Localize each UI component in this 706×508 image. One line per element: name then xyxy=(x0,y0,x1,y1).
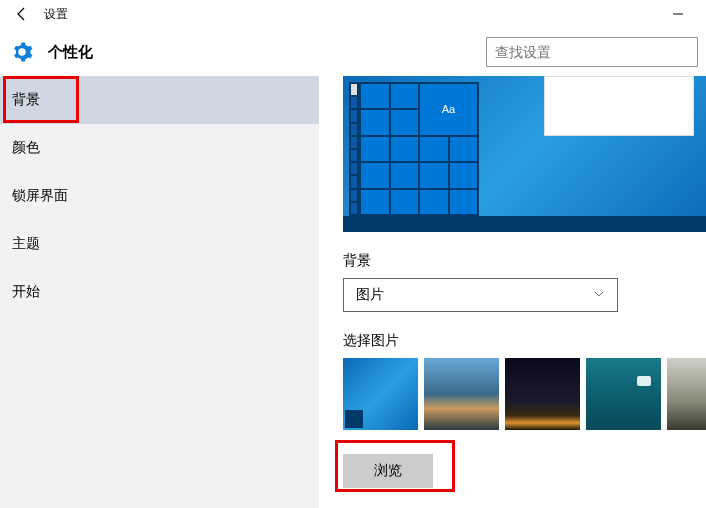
preview-window xyxy=(544,76,694,136)
browse-button[interactable]: 浏览 xyxy=(343,454,433,488)
sidebar-item-label: 主题 xyxy=(12,235,40,253)
sidebar-item-themes[interactable]: 主题 xyxy=(0,220,319,268)
minimize-button[interactable] xyxy=(658,0,698,28)
sidebar-item-label: 开始 xyxy=(12,283,40,301)
preview-tile-aa: Aa xyxy=(420,84,477,135)
thumbnail-3[interactable] xyxy=(505,358,580,430)
search-input[interactable] xyxy=(495,44,689,60)
thumbnail-5[interactable] xyxy=(667,358,706,430)
dropdown-value: 图片 xyxy=(356,286,384,304)
gear-icon xyxy=(8,38,36,66)
desktop-preview: Aa xyxy=(343,76,706,232)
sidebar-item-label: 背景 xyxy=(12,91,40,109)
header: 个性化 xyxy=(0,28,706,76)
search-box[interactable] xyxy=(486,37,698,67)
preview-taskbar xyxy=(343,216,706,232)
background-label: 背景 xyxy=(343,252,706,270)
sidebar-item-background[interactable]: 背景 xyxy=(0,76,319,124)
choose-picture-label: 选择图片 xyxy=(343,332,706,350)
minimize-icon xyxy=(672,8,684,20)
arrow-left-icon xyxy=(14,6,30,22)
window-title: 设置 xyxy=(44,6,68,23)
back-button[interactable] xyxy=(8,0,36,28)
sidebar-item-lockscreen[interactable]: 锁屏界面 xyxy=(0,172,319,220)
picture-thumbnails xyxy=(343,358,706,430)
header-title: 个性化 xyxy=(48,43,93,62)
thumbnail-4[interactable] xyxy=(586,358,661,430)
browse-label: 浏览 xyxy=(374,462,402,480)
sidebar: 背景 颜色 锁屏界面 主题 开始 xyxy=(0,76,319,508)
preview-start-menu: Aa xyxy=(349,82,479,216)
background-dropdown[interactable]: 图片 xyxy=(343,278,618,312)
content: Aa 背景 图片 选择图片 浏览 xyxy=(319,76,706,508)
thumbnail-2[interactable] xyxy=(424,358,499,430)
sidebar-item-label: 颜色 xyxy=(12,139,40,157)
chevron-down-icon xyxy=(593,287,605,303)
sidebar-item-label: 锁屏界面 xyxy=(12,187,68,205)
titlebar: 设置 xyxy=(0,0,706,28)
thumbnail-1[interactable] xyxy=(343,358,418,430)
svg-point-1 xyxy=(19,49,25,55)
window-controls xyxy=(658,0,698,28)
sidebar-item-start[interactable]: 开始 xyxy=(0,268,319,316)
sidebar-item-colors[interactable]: 颜色 xyxy=(0,124,319,172)
